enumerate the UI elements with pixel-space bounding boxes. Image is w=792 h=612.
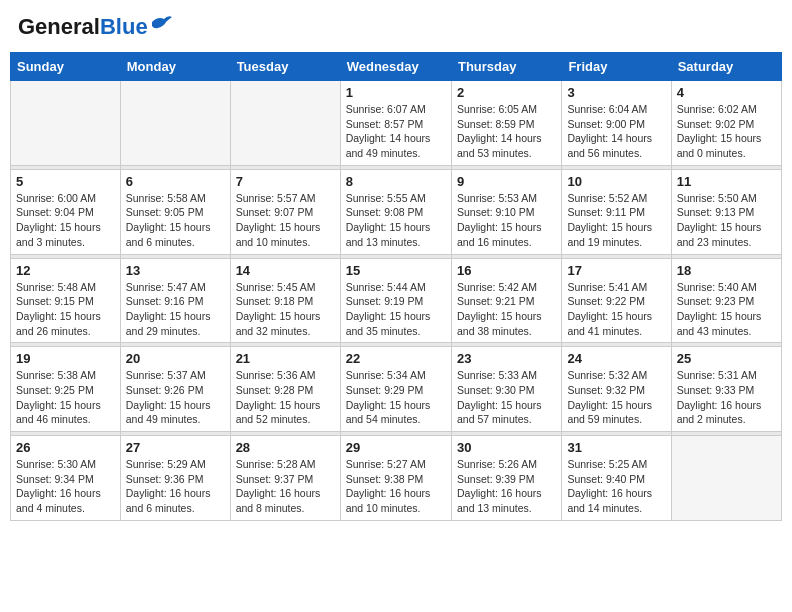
day-number: 5 bbox=[16, 174, 115, 189]
day-info: Sunrise: 5:30 AMSunset: 9:34 PMDaylight:… bbox=[16, 457, 115, 516]
calendar-day-cell: 29Sunrise: 5:27 AMSunset: 9:38 PMDayligh… bbox=[340, 436, 451, 521]
calendar-day-cell: 5Sunrise: 6:00 AMSunset: 9:04 PMDaylight… bbox=[11, 169, 121, 254]
calendar-day-cell bbox=[230, 81, 340, 166]
day-number: 18 bbox=[677, 263, 776, 278]
calendar-day-cell: 17Sunrise: 5:41 AMSunset: 9:22 PMDayligh… bbox=[562, 258, 671, 343]
day-number: 10 bbox=[567, 174, 665, 189]
day-number: 7 bbox=[236, 174, 335, 189]
day-number: 4 bbox=[677, 85, 776, 100]
weekday-header: Friday bbox=[562, 53, 671, 81]
day-number: 16 bbox=[457, 263, 556, 278]
calendar-day-cell: 10Sunrise: 5:52 AMSunset: 9:11 PMDayligh… bbox=[562, 169, 671, 254]
day-number: 19 bbox=[16, 351, 115, 366]
day-info: Sunrise: 5:27 AMSunset: 9:38 PMDaylight:… bbox=[346, 457, 446, 516]
day-info: Sunrise: 5:50 AMSunset: 9:13 PMDaylight:… bbox=[677, 191, 776, 250]
day-info: Sunrise: 5:32 AMSunset: 9:32 PMDaylight:… bbox=[567, 368, 665, 427]
day-number: 28 bbox=[236, 440, 335, 455]
day-info: Sunrise: 6:00 AMSunset: 9:04 PMDaylight:… bbox=[16, 191, 115, 250]
calendar-day-cell bbox=[671, 436, 781, 521]
calendar-header-row: SundayMondayTuesdayWednesdayThursdayFrid… bbox=[11, 53, 782, 81]
weekday-header: Sunday bbox=[11, 53, 121, 81]
calendar-day-cell: 18Sunrise: 5:40 AMSunset: 9:23 PMDayligh… bbox=[671, 258, 781, 343]
day-info: Sunrise: 5:37 AMSunset: 9:26 PMDaylight:… bbox=[126, 368, 225, 427]
weekday-header: Tuesday bbox=[230, 53, 340, 81]
day-number: 25 bbox=[677, 351, 776, 366]
day-info: Sunrise: 5:47 AMSunset: 9:16 PMDaylight:… bbox=[126, 280, 225, 339]
calendar-day-cell: 4Sunrise: 6:02 AMSunset: 9:02 PMDaylight… bbox=[671, 81, 781, 166]
day-number: 24 bbox=[567, 351, 665, 366]
calendar-day-cell: 13Sunrise: 5:47 AMSunset: 9:16 PMDayligh… bbox=[120, 258, 230, 343]
logo-bird-icon bbox=[150, 14, 172, 32]
calendar-day-cell: 1Sunrise: 6:07 AMSunset: 8:57 PMDaylight… bbox=[340, 81, 451, 166]
day-info: Sunrise: 5:53 AMSunset: 9:10 PMDaylight:… bbox=[457, 191, 556, 250]
calendar-week-row: 5Sunrise: 6:00 AMSunset: 9:04 PMDaylight… bbox=[11, 169, 782, 254]
day-info: Sunrise: 6:04 AMSunset: 9:00 PMDaylight:… bbox=[567, 102, 665, 161]
day-info: Sunrise: 5:52 AMSunset: 9:11 PMDaylight:… bbox=[567, 191, 665, 250]
calendar-table: SundayMondayTuesdayWednesdayThursdayFrid… bbox=[10, 52, 782, 521]
page-header: GeneralBlue bbox=[10, 10, 782, 44]
day-number: 27 bbox=[126, 440, 225, 455]
day-number: 26 bbox=[16, 440, 115, 455]
day-number: 17 bbox=[567, 263, 665, 278]
day-info: Sunrise: 5:29 AMSunset: 9:36 PMDaylight:… bbox=[126, 457, 225, 516]
calendar-week-row: 1Sunrise: 6:07 AMSunset: 8:57 PMDaylight… bbox=[11, 81, 782, 166]
calendar-day-cell: 2Sunrise: 6:05 AMSunset: 8:59 PMDaylight… bbox=[451, 81, 561, 166]
day-info: Sunrise: 5:48 AMSunset: 9:15 PMDaylight:… bbox=[16, 280, 115, 339]
day-number: 6 bbox=[126, 174, 225, 189]
calendar-week-row: 19Sunrise: 5:38 AMSunset: 9:25 PMDayligh… bbox=[11, 347, 782, 432]
day-info: Sunrise: 5:44 AMSunset: 9:19 PMDaylight:… bbox=[346, 280, 446, 339]
weekday-header: Thursday bbox=[451, 53, 561, 81]
day-info: Sunrise: 5:31 AMSunset: 9:33 PMDaylight:… bbox=[677, 368, 776, 427]
calendar-day-cell: 22Sunrise: 5:34 AMSunset: 9:29 PMDayligh… bbox=[340, 347, 451, 432]
day-info: Sunrise: 5:45 AMSunset: 9:18 PMDaylight:… bbox=[236, 280, 335, 339]
day-number: 22 bbox=[346, 351, 446, 366]
day-number: 21 bbox=[236, 351, 335, 366]
day-info: Sunrise: 5:38 AMSunset: 9:25 PMDaylight:… bbox=[16, 368, 115, 427]
day-info: Sunrise: 5:26 AMSunset: 9:39 PMDaylight:… bbox=[457, 457, 556, 516]
calendar-week-row: 26Sunrise: 5:30 AMSunset: 9:34 PMDayligh… bbox=[11, 436, 782, 521]
calendar-week-row: 12Sunrise: 5:48 AMSunset: 9:15 PMDayligh… bbox=[11, 258, 782, 343]
day-number: 9 bbox=[457, 174, 556, 189]
calendar-day-cell: 9Sunrise: 5:53 AMSunset: 9:10 PMDaylight… bbox=[451, 169, 561, 254]
calendar-day-cell: 27Sunrise: 5:29 AMSunset: 9:36 PMDayligh… bbox=[120, 436, 230, 521]
calendar-day-cell: 16Sunrise: 5:42 AMSunset: 9:21 PMDayligh… bbox=[451, 258, 561, 343]
calendar-day-cell: 30Sunrise: 5:26 AMSunset: 9:39 PMDayligh… bbox=[451, 436, 561, 521]
weekday-header: Monday bbox=[120, 53, 230, 81]
calendar-day-cell: 21Sunrise: 5:36 AMSunset: 9:28 PMDayligh… bbox=[230, 347, 340, 432]
day-number: 31 bbox=[567, 440, 665, 455]
day-info: Sunrise: 5:42 AMSunset: 9:21 PMDaylight:… bbox=[457, 280, 556, 339]
calendar-day-cell: 7Sunrise: 5:57 AMSunset: 9:07 PMDaylight… bbox=[230, 169, 340, 254]
day-info: Sunrise: 6:05 AMSunset: 8:59 PMDaylight:… bbox=[457, 102, 556, 161]
day-info: Sunrise: 6:07 AMSunset: 8:57 PMDaylight:… bbox=[346, 102, 446, 161]
day-number: 2 bbox=[457, 85, 556, 100]
day-number: 1 bbox=[346, 85, 446, 100]
calendar-day-cell: 31Sunrise: 5:25 AMSunset: 9:40 PMDayligh… bbox=[562, 436, 671, 521]
day-number: 13 bbox=[126, 263, 225, 278]
calendar-day-cell: 6Sunrise: 5:58 AMSunset: 9:05 PMDaylight… bbox=[120, 169, 230, 254]
calendar-day-cell: 14Sunrise: 5:45 AMSunset: 9:18 PMDayligh… bbox=[230, 258, 340, 343]
calendar-day-cell: 12Sunrise: 5:48 AMSunset: 9:15 PMDayligh… bbox=[11, 258, 121, 343]
day-info: Sunrise: 5:55 AMSunset: 9:08 PMDaylight:… bbox=[346, 191, 446, 250]
calendar-day-cell: 19Sunrise: 5:38 AMSunset: 9:25 PMDayligh… bbox=[11, 347, 121, 432]
day-info: Sunrise: 5:58 AMSunset: 9:05 PMDaylight:… bbox=[126, 191, 225, 250]
day-number: 23 bbox=[457, 351, 556, 366]
calendar-day-cell: 26Sunrise: 5:30 AMSunset: 9:34 PMDayligh… bbox=[11, 436, 121, 521]
weekday-header: Saturday bbox=[671, 53, 781, 81]
day-number: 30 bbox=[457, 440, 556, 455]
calendar-day-cell: 15Sunrise: 5:44 AMSunset: 9:19 PMDayligh… bbox=[340, 258, 451, 343]
day-info: Sunrise: 5:41 AMSunset: 9:22 PMDaylight:… bbox=[567, 280, 665, 339]
day-info: Sunrise: 5:40 AMSunset: 9:23 PMDaylight:… bbox=[677, 280, 776, 339]
weekday-header: Wednesday bbox=[340, 53, 451, 81]
calendar-day-cell: 8Sunrise: 5:55 AMSunset: 9:08 PMDaylight… bbox=[340, 169, 451, 254]
day-info: Sunrise: 5:34 AMSunset: 9:29 PMDaylight:… bbox=[346, 368, 446, 427]
day-info: Sunrise: 5:57 AMSunset: 9:07 PMDaylight:… bbox=[236, 191, 335, 250]
day-number: 8 bbox=[346, 174, 446, 189]
calendar-day-cell: 3Sunrise: 6:04 AMSunset: 9:00 PMDaylight… bbox=[562, 81, 671, 166]
logo: GeneralBlue bbox=[18, 14, 172, 40]
calendar-day-cell bbox=[120, 81, 230, 166]
day-number: 14 bbox=[236, 263, 335, 278]
calendar-day-cell: 23Sunrise: 5:33 AMSunset: 9:30 PMDayligh… bbox=[451, 347, 561, 432]
day-number: 3 bbox=[567, 85, 665, 100]
day-number: 12 bbox=[16, 263, 115, 278]
calendar-day-cell bbox=[11, 81, 121, 166]
